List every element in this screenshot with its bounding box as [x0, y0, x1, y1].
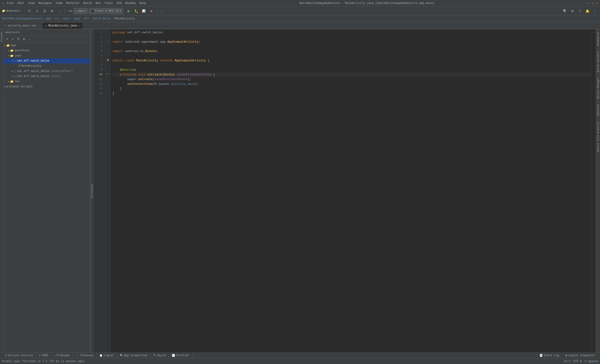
tree-item-mainactivity[interactable]: C MainActivity: [3, 64, 90, 69]
android-dropdown[interactable]: ▼: [19, 9, 20, 12]
menu-edit[interactable]: Edit: [17, 2, 24, 5]
menu-tools[interactable]: Tools: [104, 2, 113, 5]
sync-status-message: Gradle sync finished in 7 s 725 ms (a mi…: [2, 360, 84, 363]
profiler-btn[interactable]: 📈 Profiler: [169, 353, 193, 358]
close-button[interactable]: ✕: [596, 1, 598, 5]
breadcrumb-java[interactable]: java: [74, 17, 80, 20]
panel-minimize-btn[interactable]: −: [27, 36, 32, 42]
menu-window[interactable]: Window: [125, 2, 135, 5]
settings-button[interactable]: ⚙: [49, 8, 55, 14]
tree-item-java[interactable]: ▼ 📁 java: [3, 53, 90, 58]
logcat-btn[interactable]: 📋 Logcat: [97, 353, 117, 358]
code-line-14: }: [112, 91, 591, 96]
minimize-button[interactable]: —: [588, 1, 590, 5]
more-main-button[interactable]: ⋮: [591, 8, 598, 14]
emulator-tab[interactable]: Emulator: [596, 101, 600, 118]
profile-button[interactable]: 📊: [141, 8, 147, 14]
debug-button[interactable]: 🐛: [133, 8, 140, 14]
panel-settings-btn[interactable]: ⚙: [21, 36, 27, 42]
build-icon: 🔨: [153, 354, 157, 357]
panel-toolbar: ⟳ ≡ ☰ ⚙ −: [3, 36, 90, 42]
menu-navigate[interactable]: Navigate: [38, 2, 52, 5]
menu-bar[interactable]: File Edit View Navigate Code Refactor Bu…: [7, 2, 146, 5]
app-inspection-btn[interactable]: 🔍 App Inspection: [117, 353, 151, 358]
tree-item-manifests[interactable]: ▶ 📁 manifests: [3, 48, 90, 53]
breadcrumb-swtch[interactable]: swtch_belle: [93, 17, 111, 20]
indent-indicator[interactable]: 4 spaces: [584, 360, 598, 363]
settings-main-button[interactable]: ⚙: [569, 8, 576, 14]
layout-inspector-icon: 🖥: [565, 354, 567, 357]
sync-button[interactable]: ⟳: [26, 8, 33, 14]
maximize-button[interactable]: ☐: [592, 1, 594, 5]
help-button[interactable]: ?: [577, 8, 583, 14]
terminal-btn[interactable]: ⬛ Terminal: [73, 353, 97, 358]
breadcrumb-main[interactable]: main: [63, 17, 70, 20]
panel-sync-btn[interactable]: ⟳: [4, 36, 9, 42]
tab-close-java[interactable]: ✕: [78, 24, 80, 27]
version-control-btn[interactable]: ⟳ Version Control: [2, 353, 36, 358]
breadcrumb-app[interactable]: app: [46, 17, 51, 20]
build-btn[interactable]: 🔨 Build: [150, 353, 169, 358]
menu-build[interactable]: Build: [84, 2, 92, 5]
code-editor[interactable]: package net.drf.swtch_belle; import andr…: [111, 29, 591, 353]
tree-item-package-android-test[interactable]: ▶ ⬡ net.drf.swtch_belle (androidTest): [3, 69, 90, 74]
tab-close-xml[interactable]: ✕: [38, 24, 39, 27]
device-dropdown[interactable]: 📱 Pixel 4 API 33 ▼: [89, 8, 123, 14]
tab-mainactivity[interactable]: ☕ MainActivity.java ✕: [42, 22, 83, 29]
collapse-icon-13[interactable]: ⊖: [107, 86, 109, 89]
stop-button[interactable]: ■: [148, 8, 155, 14]
menu-vcs[interactable]: VCS: [117, 2, 122, 5]
tab-activity-main[interactable]: ⬡ activity_main.xml ✕: [1, 22, 42, 29]
panel-collapse-btn[interactable]: ≡: [10, 36, 15, 42]
device-manager-tab[interactable]: Device Manager: [596, 75, 600, 101]
minimize-panel-button[interactable]: −: [56, 8, 63, 14]
encoding-indicator[interactable]: UTF-8: [573, 360, 582, 363]
breadcrumb-file[interactable]: MainActivity: [115, 17, 135, 20]
layout-inspector-btn[interactable]: 🖥 Layout Inspector: [562, 353, 598, 358]
event-log-btn[interactable]: 📝 Event Log: [537, 353, 562, 358]
structure-sidebar-tab[interactable]: Structure: [90, 29, 94, 353]
run-method-icon[interactable]: ●: [106, 73, 108, 75]
problems-btn[interactable]: ⚠ Problems: [51, 353, 73, 358]
bookmarks-tab[interactable]: Bookmarks: [596, 29, 600, 48]
editor-gutter: ⊖ ⊖ ▶ ● ⊖ ⊖: [106, 29, 111, 353]
breadcrumb-drf[interactable]: drf: [84, 17, 89, 20]
todo-btn[interactable]: ☑ TODO: [36, 353, 51, 358]
menu-view[interactable]: View: [28, 2, 35, 5]
app-config-dropdown[interactable]: ▶ app ▼: [74, 8, 88, 14]
device-file-explorer-tab[interactable]: Device File Explorer: [596, 118, 600, 154]
notifications-button[interactable]: 🔔: [584, 8, 591, 14]
tree-item-app[interactable]: ▼ 📁 app: [3, 43, 90, 48]
breadcrumb-src[interactable]: src: [55, 17, 60, 20]
tree-item-package-main[interactable]: ▼ ⬡ net.drf.swtch_belle: [3, 58, 90, 64]
collapse-icon-10[interactable]: ⊖: [108, 72, 109, 75]
menu-code[interactable]: Code: [56, 2, 63, 5]
cursor-position[interactable]: 14:2: [564, 360, 571, 363]
breadcrumb-project[interactable]: SwtchBelleImageByGesture: [2, 17, 42, 20]
search-everywhere-button[interactable]: 🔍: [562, 8, 568, 14]
tree-item-res[interactable]: ▶ 📁 res: [3, 79, 90, 84]
tree-item-package-test[interactable]: ▶ ⬡ net.drf.swtch_belle (test): [3, 74, 90, 79]
filter-button[interactable]: ☰: [41, 8, 48, 14]
window-controls[interactable]: — ☐ ✕: [588, 1, 598, 5]
arrow-icon: ▶: [4, 85, 6, 88]
menu-refactor[interactable]: Refactor: [66, 2, 80, 5]
panel-header: Android ▼: [3, 29, 90, 36]
build-variants-tab[interactable]: Build Variants: [596, 48, 600, 74]
folder-icon: 📁: [6, 44, 10, 47]
package-icon: ⬡: [14, 59, 16, 63]
menu-file[interactable]: File: [7, 2, 14, 5]
collapse-icon-5[interactable]: ⊖: [107, 49, 109, 52]
panel-filter-btn[interactable]: ☰: [16, 36, 21, 42]
run-gutter-icon[interactable]: ▶: [107, 58, 109, 62]
menu-run[interactable]: Run: [96, 2, 101, 5]
tree-item-gradle[interactable]: ▶ ⚙ Gradle Scripts: [3, 84, 90, 89]
expand-button[interactable]: ≡: [34, 8, 40, 14]
code-line-11: super.onCreate(savedInstanceState);: [112, 77, 591, 82]
collapse-icon-3[interactable]: ⊖: [107, 40, 109, 42]
run-button[interactable]: ▶: [126, 8, 132, 14]
more-options-button[interactable]: ⋮: [159, 8, 165, 14]
android-dropdown-icon[interactable]: ▼: [18, 31, 19, 34]
menu-help[interactable]: Help: [140, 2, 146, 5]
project-sidebar-tab[interactable]: Project: [0, 29, 3, 353]
